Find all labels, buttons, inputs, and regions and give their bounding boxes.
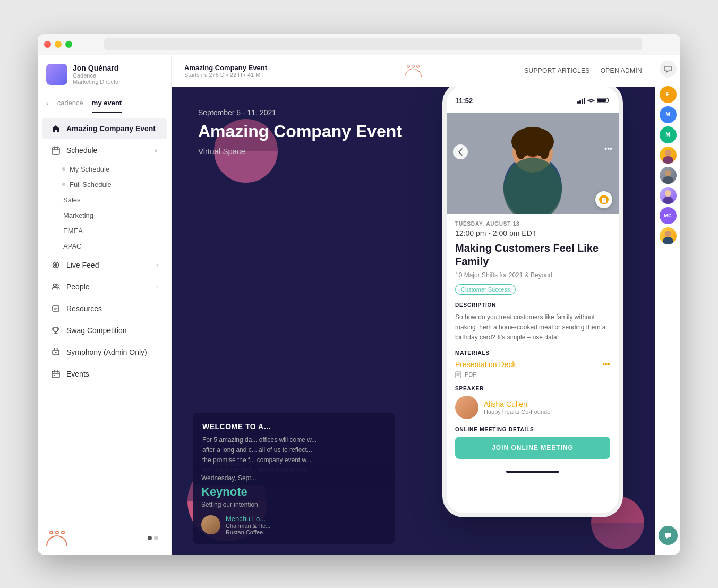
sidebar-item-events-label: Events	[66, 370, 158, 378]
header-logo	[405, 65, 422, 77]
logo-dots	[49, 531, 65, 534]
dot-icon	[62, 183, 65, 186]
open-admin-button[interactable]: OPEN ADMIN	[601, 67, 642, 74]
avatar-photo-3[interactable]	[660, 187, 677, 204]
phone-scroll-content[interactable]: TUESDAY, AUGUST 18 12:00 pm - 2:00 pm ED…	[447, 214, 619, 513]
sidebar-item-schedule-label: Schedule	[66, 146, 148, 155]
svg-text:📄: 📄	[601, 197, 608, 203]
user-profile: Jon Quénard Cadence Marketing Director	[38, 55, 171, 93]
svg-rect-0	[52, 148, 59, 154]
home-indicator-bar	[506, 471, 559, 473]
sidebar-item-resources-label: Resources	[66, 304, 158, 313]
phone-mockup: 11:52	[442, 87, 623, 517]
content-area: September 6 - 11, 2021 Amazing Company E…	[172, 87, 655, 555]
speaker-image	[455, 396, 478, 419]
sidebar-item-events[interactable]: Events	[42, 363, 167, 385]
schedule-submenu: My Schedule Full Schedule Sales Marketin…	[54, 161, 171, 254]
avatar-m-1[interactable]: M	[660, 106, 677, 123]
right-sidebar: F M M MC	[655, 55, 680, 555]
customer-success-tag[interactable]: Customer Success	[455, 284, 516, 295]
nav-back[interactable]: ‹	[46, 95, 49, 112]
svg-rect-5	[53, 306, 59, 311]
svg-point-27	[663, 176, 673, 184]
materials-menu-button[interactable]: •••	[602, 360, 610, 369]
avatar-m-2[interactable]: M	[660, 126, 677, 143]
materials-row: Presentation Deck •••	[455, 360, 610, 369]
tab-cadence[interactable]: cadence	[57, 93, 83, 113]
submenu-full-schedule[interactable]: Full Schedule	[54, 177, 171, 192]
sidebar-item-live-feed-label: Live Feed	[66, 261, 151, 269]
event-hero: September 6 - 11, 2021 Amazing Company E…	[172, 87, 655, 555]
speaker-name-link[interactable]: Alisha Cullen	[484, 400, 552, 408]
sidebar-item-swag[interactable]: Swag Competition	[42, 320, 167, 341]
svg-point-1	[54, 263, 57, 267]
event-info: Amazing Company Event Starts in: 278 D •…	[184, 64, 524, 78]
sidebar-menu: Amazing Company Event Schedule ∨	[38, 117, 171, 522]
hero-date: September 6 - 11, 2021	[198, 108, 402, 117]
svg-point-4	[56, 284, 58, 286]
avatar-mc[interactable]: MC	[660, 207, 677, 224]
resources-icon	[50, 303, 61, 314]
header-logo-dot-3	[416, 65, 420, 68]
close-button[interactable]	[44, 41, 51, 48]
avatar-photo-2[interactable]	[660, 167, 677, 184]
svg-point-29	[663, 197, 673, 204]
my-schedule-label: My Schedule	[70, 165, 109, 173]
minimize-button[interactable]	[55, 41, 62, 48]
speaker-section: Alisha Cullen Happy Hearts Co-Founder	[455, 396, 610, 419]
svg-point-19	[539, 138, 550, 159]
submenu-my-schedule[interactable]: My Schedule	[54, 161, 171, 177]
sidebar-item-swag-label: Swag Competition	[66, 326, 158, 335]
phone-menu-button[interactable]: •••	[604, 144, 612, 153]
nav-tabs: ‹ cadence my event	[38, 93, 171, 113]
description-text: So how do you treat customers like famil…	[455, 312, 610, 343]
maximize-button[interactable]	[65, 41, 72, 48]
sidebar-item-home[interactable]: Amazing Company Event	[42, 118, 167, 139]
avatar-f[interactable]: F	[660, 86, 677, 103]
submenu-emea[interactable]: EMEA	[54, 223, 171, 238]
keynote-title: Keynote	[201, 485, 386, 499]
svg-point-24	[665, 150, 671, 156]
support-articles-button[interactable]: SUPPORT ARTICLES	[524, 67, 590, 74]
sidebar-item-resources[interactable]: Resources	[42, 298, 167, 319]
phone-time: 11:52	[455, 97, 473, 105]
join-meeting-button[interactable]: JOIN ONLINE MEETING	[455, 437, 610, 459]
phone-back-button[interactable]	[453, 144, 468, 159]
online-meeting-section: ONLINE MEETING DETAILS JOIN ONLINE MEETI…	[455, 427, 610, 459]
svg-point-30	[665, 231, 671, 237]
avatar-photo-1[interactable]	[660, 147, 677, 164]
submenu-marketing[interactable]: Marketing	[54, 208, 171, 223]
svg-rect-13	[597, 99, 606, 102]
hero-text: September 6 - 11, 2021 Amazing Company E…	[198, 108, 402, 156]
chat-assist-icon	[659, 526, 678, 545]
sidebar-item-people[interactable]: People ‹	[42, 276, 167, 297]
header-logo-arc	[405, 69, 422, 77]
speaker-name: Menchu Lo...	[226, 515, 270, 523]
user-name: Jon Quénard	[73, 64, 163, 72]
pg-dot-2	[154, 536, 158, 540]
schedule-card: Wednesday, Sept... Keynote Setting our i…	[193, 466, 395, 544]
pdf-label: PDF	[465, 371, 476, 378]
tab-my-event[interactable]: my event	[92, 93, 122, 113]
pdf-badge-icon: 📄	[595, 191, 612, 208]
phone-hero-image: ••• 📄	[447, 113, 619, 214]
submenu-apac[interactable]: APAC	[54, 238, 171, 254]
dot-icon	[62, 167, 65, 171]
header-logo-dot-1	[407, 65, 410, 68]
svg-point-10	[591, 103, 592, 104]
submenu-sales[interactable]: Sales	[54, 192, 171, 208]
chat-button[interactable]	[660, 61, 677, 78]
presentation-deck-link[interactable]: Presentation Deck	[455, 360, 602, 369]
top-header: Amazing Company Event Starts in: 278 D •…	[172, 55, 655, 87]
logo-dot-1	[49, 531, 53, 534]
sidebar-item-live-feed[interactable]: Live Feed ‹	[42, 254, 167, 276]
url-bar[interactable]	[104, 38, 642, 50]
calendar-icon	[50, 145, 61, 156]
svg-rect-12	[608, 99, 609, 101]
avatar-photo-4[interactable]	[660, 227, 677, 244]
pagination	[148, 536, 158, 540]
sidebar-item-schedule[interactable]: Schedule ∨	[42, 140, 167, 161]
chat-assist-button[interactable]	[659, 526, 678, 549]
sidebar-item-symphony[interactable]: Symphony (Admin Only)	[42, 342, 167, 363]
user-info: Jon Quénard Cadence Marketing Director	[73, 64, 163, 85]
